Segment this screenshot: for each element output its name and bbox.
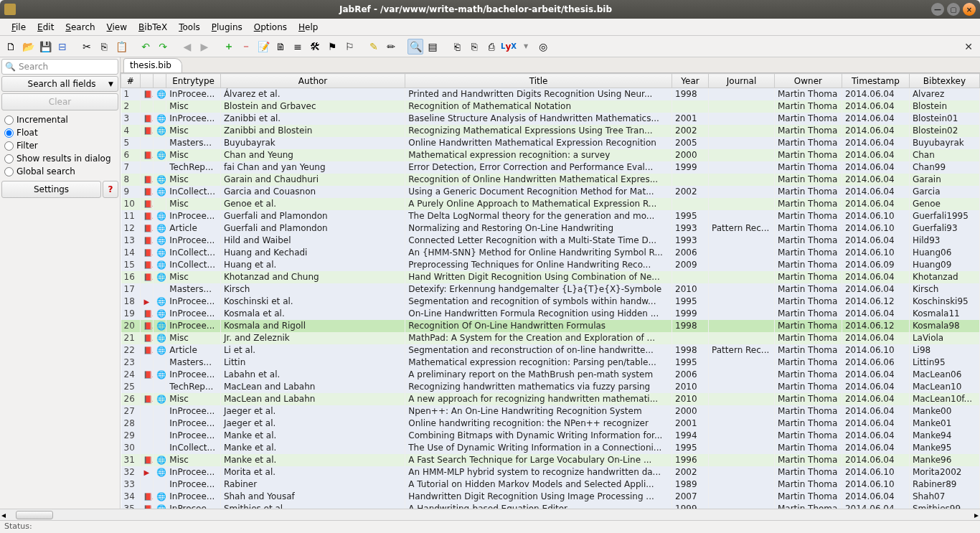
- table-row[interactable]: 18▶🌐InProcee...Koschinski et al.Segmenta…: [121, 296, 980, 308]
- table-row[interactable]: 15📕🌐InCollect...Huang et al.Preprocessin…: [121, 259, 980, 271]
- add-entry-icon[interactable]: ＋: [221, 39, 237, 55]
- table-row[interactable]: 7TechRep...fai Chan and yan YeungError D…: [121, 161, 980, 174]
- table-row[interactable]: 3📕🌐InProcee...Zanibbi et al.Baseline Str…: [121, 113, 980, 125]
- table-row[interactable]: 16📕🌐MiscKhotanzad and ChungHand Written …: [121, 271, 980, 283]
- table-row[interactable]: 24📕🌐InProcee...Labahn et al.A preliminar…: [121, 369, 980, 381]
- tab-thesis[interactable]: thesis.bib: [123, 58, 182, 72]
- push1-icon[interactable]: ⎗: [449, 39, 465, 55]
- table-row[interactable]: 27InProcee...Jaeger et al.Npen++: An On-…: [121, 405, 980, 418]
- push3-icon[interactable]: ⎙: [484, 39, 499, 55]
- edit-entry-icon[interactable]: 📝: [255, 39, 271, 55]
- table-row[interactable]: 4📕🌐MiscZanibbi and BlosteinRecognizing M…: [121, 125, 980, 137]
- paste-icon[interactable]: 📋: [113, 39, 129, 55]
- open-icon[interactable]: 📂: [20, 39, 36, 55]
- col-Journal[interactable]: Journal: [709, 74, 775, 88]
- table-row[interactable]: 10📕MiscGenoe et al.A Purely Online Appro…: [121, 198, 980, 210]
- table-row[interactable]: 35📕🌐InProcee...Smithies et al.A Handwrit…: [121, 503, 980, 509]
- minimize-button[interactable]: —: [931, 3, 944, 16]
- table-row[interactable]: 28InProcee...Jaeger et al.Online handwri…: [121, 418, 980, 430]
- search-toggle-icon[interactable]: 🔍: [407, 39, 423, 55]
- col-Owner[interactable]: Owner: [774, 74, 842, 88]
- table-row[interactable]: 23Masters...LittinMathematical expressio…: [121, 357, 980, 369]
- push2-icon[interactable]: ⎘: [466, 39, 482, 55]
- new-db-icon[interactable]: 🗋: [3, 39, 19, 55]
- search-mode-incremental[interactable]: Incremental: [4, 113, 116, 126]
- table-row[interactable]: 32▶🌐InProcee...Morita et al.An HMM-MLP h…: [121, 466, 980, 478]
- table-row[interactable]: 26📕🌐MiscMacLean and LabahnA new approach…: [121, 393, 980, 405]
- undo-icon[interactable]: ↶: [138, 39, 154, 55]
- col-icon[interactable]: [140, 74, 153, 88]
- table-row[interactable]: 2MiscBlostein and GrbavecRecognition of …: [121, 100, 980, 113]
- menu-file[interactable]: File: [6, 20, 32, 34]
- menu-view[interactable]: View: [101, 20, 133, 34]
- menu-help[interactable]: Help: [293, 20, 324, 34]
- back-icon[interactable]: ◀: [179, 39, 195, 55]
- table-row[interactable]: 34📕🌐InProcee...Shah and YousafHandwritte…: [121, 491, 980, 503]
- menu-tools[interactable]: Tools: [173, 20, 206, 34]
- col-Timestamp[interactable]: Timestamp: [842, 74, 909, 88]
- search-mode-filter[interactable]: Filter: [4, 139, 116, 152]
- save-all-icon[interactable]: ⊟: [55, 39, 70, 55]
- scroll-right-icon[interactable]: ▸: [973, 510, 980, 520]
- table-row[interactable]: 17Masters...KirschDetexify: Erkennung ha…: [121, 283, 980, 296]
- entry-table[interactable]: #EntrytypeAuthorTitleYearJournalOwnerTim…: [121, 73, 980, 509]
- table-row[interactable]: 19📕🌐InProcee...Kosmala et al.On-Line Han…: [121, 308, 980, 320]
- oo-icon[interactable]: ◎: [535, 39, 551, 55]
- table-row[interactable]: 30InCollect...Manke et al.The Use of Dyn…: [121, 442, 980, 454]
- col-Author[interactable]: Author: [220, 74, 405, 88]
- search-mode-show-results-in-dialog[interactable]: Show results in dialog: [4, 152, 116, 165]
- settings-button[interactable]: Settings: [1, 181, 101, 198]
- search-field-dropdown[interactable]: Search all fields ▼: [1, 76, 118, 92]
- close-button[interactable]: ×: [963, 3, 976, 16]
- table-row[interactable]: 22📕🌐ArticleLi et al.Segmentation and rec…: [121, 344, 980, 357]
- cut-icon[interactable]: ✂: [79, 39, 95, 55]
- tool-icon[interactable]: 🛠: [307, 39, 323, 55]
- edit-strings-icon[interactable]: 🗎: [273, 39, 288, 55]
- col-Year[interactable]: Year: [672, 74, 709, 88]
- search-mode-float[interactable]: Float: [4, 126, 116, 139]
- save-icon[interactable]: 💾: [37, 39, 53, 55]
- unmark-icon[interactable]: ⚐: [341, 39, 357, 55]
- dropdown-icon[interactable]: ▼: [518, 39, 534, 55]
- col-Entrytype[interactable]: Entrytype: [166, 74, 221, 88]
- table-row[interactable]: 29InProcee...Manke et al.Combining Bitma…: [121, 430, 980, 442]
- table-row[interactable]: 6📕🌐MiscChan and YeungMathematical expres…: [121, 149, 980, 161]
- close-tab-icon[interactable]: ✕: [964, 41, 973, 52]
- maximize-button[interactable]: ▢: [947, 3, 960, 16]
- col-Title[interactable]: Title: [405, 74, 672, 88]
- preview-icon[interactable]: ▤: [425, 39, 440, 55]
- menu-edit[interactable]: Edit: [32, 20, 60, 34]
- table-row[interactable]: 20📕🌐InProcee...Kosmala and RigollRecogni…: [121, 320, 980, 332]
- table-row[interactable]: 5Masters...BuyubayrakOnline Handwritten …: [121, 137, 980, 149]
- help-icon[interactable]: ?: [103, 181, 118, 198]
- clear-button[interactable]: Clear: [1, 93, 118, 110]
- scroll-left-icon[interactable]: ◂: [0, 510, 7, 520]
- table-row[interactable]: 14📕🌐InCollect...Huang and KechadiAn {HMM…: [121, 247, 980, 259]
- table-row[interactable]: 31📕🌐MiscManke et al.A Fast Search Techni…: [121, 454, 980, 466]
- menu-options[interactable]: Options: [248, 20, 293, 34]
- scrollbar-thumb[interactable]: [16, 511, 53, 519]
- highlight-icon[interactable]: ✎: [366, 39, 382, 55]
- preamble-icon[interactable]: ≡: [290, 39, 306, 55]
- table-row[interactable]: 9📕🌐InCollect...Garcia and CouasnonUsing …: [121, 186, 980, 198]
- table-row[interactable]: 21📕🌐MiscJr. and ZeleznikMathPad: A Syste…: [121, 332, 980, 344]
- menu-bibtex[interactable]: BibTeX: [133, 20, 173, 34]
- copy-icon[interactable]: ⎘: [96, 39, 112, 55]
- table-row[interactable]: 33InProcee...RabinerA Tutorial on Hidden…: [121, 478, 980, 491]
- edit-icon[interactable]: ✏: [383, 39, 399, 55]
- lyx-icon[interactable]: LyX: [501, 39, 517, 55]
- table-row[interactable]: 25TechRep...MacLean and LabahnRecognizin…: [121, 381, 980, 393]
- table-row[interactable]: 1📕🌐InProcee...Álvarez et al.Printed and …: [121, 88, 980, 100]
- search-mode-global-search[interactable]: Global search: [4, 165, 116, 178]
- col-Bibtexkey[interactable]: Bibtexkey: [909, 74, 979, 88]
- col-icon[interactable]: [153, 74, 166, 88]
- delete-entry-icon[interactable]: －: [238, 39, 254, 55]
- search-input[interactable]: 🔍 Search: [1, 59, 118, 75]
- mark-icon[interactable]: ⚑: [324, 39, 340, 55]
- table-row[interactable]: 8📕🌐MiscGarain and ChaudhuriRecognition o…: [121, 174, 980, 186]
- menu-plugins[interactable]: Plugins: [206, 20, 248, 34]
- table-row[interactable]: 11📕🌐InProcee...Guerfali and PlamondonThe…: [121, 210, 980, 222]
- horizontal-scrollbar[interactable]: ◂ ▸: [0, 509, 980, 520]
- forward-icon[interactable]: ▶: [197, 39, 212, 55]
- menu-search[interactable]: Search: [60, 20, 100, 34]
